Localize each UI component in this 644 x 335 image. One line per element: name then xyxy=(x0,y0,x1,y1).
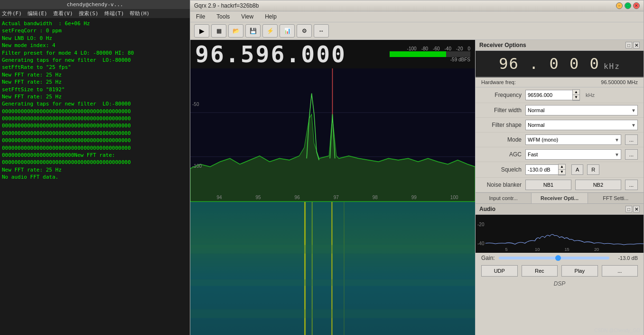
play-audio-button[interactable]: Play xyxy=(561,265,598,277)
terminal-titlebar: chendy@chendy-v... xyxy=(0,0,190,9)
frequency-row: Frequency ▲ ▼ kHz xyxy=(476,87,644,103)
filter-width-label: Filter width xyxy=(481,107,522,114)
audio-close-button[interactable]: ✕ xyxy=(633,206,640,212)
tab-input-control[interactable]: Input contr... xyxy=(476,193,532,203)
gqrx-main-content: 96.596.000 -100 -80 -60 -40 -20 0 -59 dB… xyxy=(190,40,644,335)
squelch-down-button[interactable]: ▼ xyxy=(559,170,565,175)
terminal-menu-view[interactable]: 查看(V) xyxy=(53,10,73,17)
meter-bar xyxy=(390,51,446,57)
terminal-menu-edit[interactable]: 编辑(E) xyxy=(28,10,47,17)
fft-button[interactable]: ⚡ xyxy=(262,24,278,38)
mode-select[interactable]: WFM (mono) WFM (stereo) AM NFM LSB USB xyxy=(525,134,621,145)
tab-fft-settings[interactable]: FFT Setti... xyxy=(588,193,644,203)
maximize-button[interactable]: □ xyxy=(625,2,631,9)
squelch-row: Squelch ▲ ▼ A R xyxy=(476,162,644,178)
squelch-up-button[interactable]: ▲ xyxy=(559,164,565,170)
frequency-input[interactable] xyxy=(525,90,573,100)
save-button[interactable]: 💾 xyxy=(245,24,261,38)
terminal-menu-file[interactable]: 文件(F) xyxy=(2,10,22,17)
hw-freq-value: 96.500000 MHz xyxy=(601,79,638,85)
right-panel: Receiver Options □ ✕ 96 . 0 0 0kHz Hardw… xyxy=(475,40,644,335)
freq-display: 96.596.000 -100 -80 -60 -40 -20 0 -59 dB… xyxy=(190,40,475,68)
audio-panel: Audio □ ✕ -20 -40 xyxy=(476,204,644,335)
audio-title: Audio xyxy=(479,206,495,212)
filter-shape-row: Filter shape Normal Sharp Soft ▼ xyxy=(476,118,644,133)
gqrx-titlebar: Gqrx 2.9 - hackrf=326b8b − □ ✕ xyxy=(190,0,644,11)
gqrx-window: Gqrx 2.9 - hackrf=326b8b − □ ✕ File Tool… xyxy=(190,0,644,335)
agc-extra-button[interactable]: ... xyxy=(625,149,638,160)
mode-row: Mode WFM (mono) WFM (stereo) AM NFM LSB … xyxy=(476,133,644,147)
svg-text:15: 15 xyxy=(564,247,569,252)
open-button[interactable]: 📂 xyxy=(228,24,243,38)
dsp-label: DSP xyxy=(476,278,644,289)
waterfall-display[interactable] xyxy=(190,202,475,335)
audio-extra-button[interactable]: ... xyxy=(602,265,638,277)
spectrum-button[interactable]: 📊 xyxy=(280,24,295,38)
audio-buttons: UDP Rec Play ... xyxy=(476,263,644,278)
gain-value: -13.0 dB xyxy=(613,255,638,261)
gain-slider[interactable] xyxy=(499,257,609,259)
filter-width-row: Filter width Normal Wide Narrow ▼ xyxy=(476,103,644,118)
panel-restore-button[interactable]: □ xyxy=(625,42,632,48)
terminal-menu-help[interactable]: 帮助(H) xyxy=(130,10,149,17)
menu-view[interactable]: View xyxy=(239,12,255,21)
agc-select[interactable]: Fast Medium Slow Off xyxy=(525,149,621,160)
nb-extra-button[interactable]: ... xyxy=(625,180,638,190)
freq-down-button[interactable]: ▼ xyxy=(573,95,579,100)
filter-shape-select[interactable]: Normal Sharp Soft xyxy=(525,120,638,130)
filter-width-select[interactable]: Normal Wide Narrow xyxy=(525,105,638,115)
svg-rect-13 xyxy=(476,215,644,253)
meter-dbfs-label: -59 dBFS xyxy=(450,57,470,62)
titlebar-buttons: − □ ✕ xyxy=(616,2,640,9)
hardware-button[interactable]: ▦ xyxy=(211,24,226,38)
nb1-button[interactable]: NB1 xyxy=(525,180,571,190)
mode-extra-button[interactable]: ... xyxy=(625,134,638,145)
rec-button[interactable]: Rec xyxy=(522,265,558,277)
freq-up-button[interactable]: ▲ xyxy=(573,90,579,95)
mode-label: Mode xyxy=(481,136,522,143)
fft-svg xyxy=(190,68,475,202)
squelch-label: Squelch xyxy=(481,166,522,173)
audio-restore-button[interactable]: □ xyxy=(625,206,632,212)
frequency-spinbtns: ▲ ▼ xyxy=(572,89,580,101)
gain-row: Gain: -13.0 dB xyxy=(476,253,644,263)
noise-blanker-label: Noise blanker xyxy=(481,182,522,188)
filter-shape-select-wrapper: Normal Sharp Soft ▼ xyxy=(525,120,638,130)
audio-display: -20 -40 5 10 15 20 xyxy=(476,215,644,253)
terminal-menubar[interactable]: 文件(F) 编辑(E) 查看(V) 搜索(S) 终端(T) 帮助(H) xyxy=(0,9,190,18)
frequency-spin: ▲ ▼ xyxy=(525,89,580,101)
squelch-auto-button[interactable]: A xyxy=(571,164,583,175)
udp-button[interactable]: UDP xyxy=(481,265,518,277)
terminal-menu-terminal[interactable]: 终端(T) xyxy=(104,10,124,17)
close-button[interactable]: ✕ xyxy=(633,2,640,9)
menu-file[interactable]: File xyxy=(194,12,207,21)
terminal-menu-search[interactable]: 搜索(S) xyxy=(79,10,99,17)
agc-label: AGC xyxy=(481,151,522,158)
squelch-input[interactable] xyxy=(525,164,559,175)
squelch-reset-button[interactable]: R xyxy=(587,164,599,175)
freq-meter: -100 -80 -60 -40 -20 0 -59 dBFS xyxy=(390,46,470,62)
menu-help[interactable]: Help xyxy=(263,12,279,21)
minimize-button[interactable]: − xyxy=(616,2,623,9)
menu-tools[interactable]: Tools xyxy=(215,12,232,21)
panel-close-button[interactable]: ✕ xyxy=(633,42,640,48)
stretch-button[interactable]: ↔ xyxy=(314,24,329,38)
audio-panel-controls: □ ✕ xyxy=(625,206,640,212)
panel-controls: □ ✕ xyxy=(625,42,640,48)
hw-freq-row: Hardware freq: 96.500000 MHz xyxy=(476,77,644,87)
svg-rect-10 xyxy=(190,279,475,286)
filter-shape-label: Filter shape xyxy=(481,122,522,128)
receiver-options-title: Receiver Options xyxy=(479,42,526,48)
fft-display[interactable]: -50 -100 94 9 xyxy=(190,68,475,202)
tab-receiver-options[interactable]: Receiver Opti... xyxy=(532,193,588,203)
filter-width-select-wrapper: Normal Wide Narrow ▼ xyxy=(525,105,638,115)
svg-rect-11 xyxy=(190,309,475,318)
play-button[interactable]: ▶ xyxy=(194,24,209,38)
hw-freq-label: Hardware freq: xyxy=(481,79,516,85)
waterfall-svg xyxy=(190,202,475,335)
nb2-button[interactable]: NB2 xyxy=(575,180,621,190)
svg-text:20: 20 xyxy=(594,247,599,252)
receiver-freq-display: 96 . 0 0 0kHz xyxy=(476,51,644,77)
settings-button[interactable]: ⚙ xyxy=(297,24,312,38)
meter-scale: -100 -80 -60 -40 -20 0 xyxy=(407,46,470,51)
